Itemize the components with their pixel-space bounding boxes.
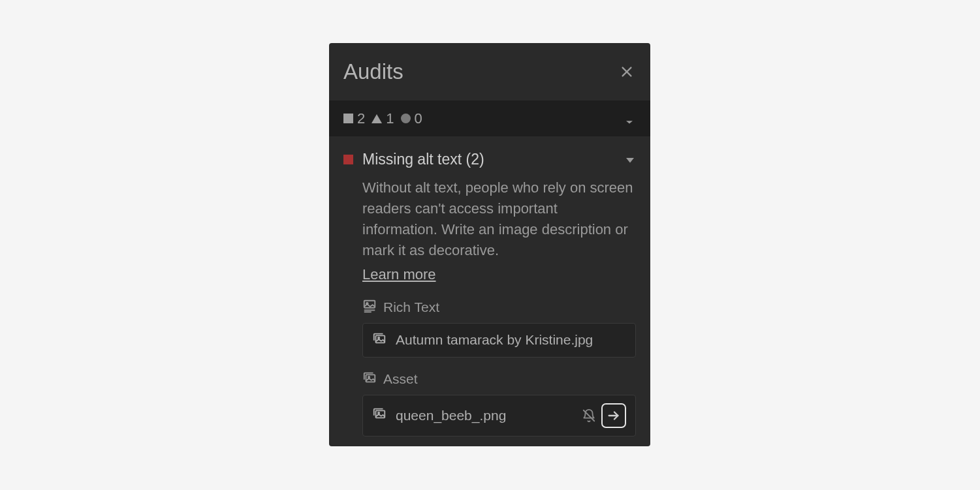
group-label: Rich Text — [383, 299, 439, 315]
group-label: Asset — [383, 371, 418, 387]
collapse-icon — [623, 112, 636, 125]
panel-title: Audits — [343, 59, 403, 84]
element-group-asset: Asset queen_beeb_.png — [362, 371, 636, 436]
mute-button[interactable] — [582, 408, 596, 423]
go-to-asset-button[interactable] — [601, 403, 626, 428]
info-count-group[interactable]: 0 — [401, 110, 422, 127]
triangle-icon — [371, 114, 382, 123]
svg-rect-6 — [376, 335, 385, 343]
close-icon — [620, 65, 634, 79]
panel-header: Audits — [329, 43, 650, 100]
warning-count-group[interactable]: 1 — [371, 110, 394, 127]
issue-description: Without alt text, people who rely on scr… — [362, 177, 636, 261]
image-stack-icon — [362, 371, 377, 388]
arrow-right-icon — [607, 408, 621, 423]
row-actions — [582, 403, 626, 428]
element-group-richtext: Rich Text Autumn tamarack by Kristine.jp… — [362, 299, 636, 358]
circle-icon — [401, 114, 411, 123]
square-icon — [343, 114, 353, 123]
image-stack-icon — [372, 406, 387, 424]
issue-title: Missing alt text (2) — [362, 151, 615, 168]
rich-text-icon — [362, 299, 377, 316]
asset-row[interactable]: queen_beeb_.png — [362, 395, 636, 436]
element-label: Asset — [362, 371, 636, 388]
info-count: 0 — [415, 110, 422, 127]
collapse-all-button[interactable] — [623, 112, 636, 125]
asset-filename: queen_beeb_.png — [396, 408, 573, 423]
bell-off-icon — [582, 408, 596, 423]
audits-panel: Audits 2 1 0 — [329, 43, 650, 446]
expand-toggle[interactable] — [624, 154, 636, 166]
issue-block: Missing alt text (2) Without alt text, p… — [329, 136, 650, 446]
summary-counts: 2 1 0 — [343, 110, 422, 127]
image-stack-icon — [372, 331, 387, 349]
error-count-group[interactable]: 2 — [343, 110, 365, 127]
close-button[interactable] — [618, 63, 636, 81]
asset-row[interactable]: Autumn tamarack by Kristine.jpg — [362, 323, 636, 358]
svg-rect-10 — [376, 410, 385, 418]
learn-more-link[interactable]: Learn more — [362, 266, 436, 283]
error-marker-icon — [343, 155, 353, 164]
summary-bar: 2 1 0 — [329, 100, 650, 136]
warning-count: 1 — [386, 110, 394, 127]
svg-rect-8 — [366, 375, 375, 382]
element-label: Rich Text — [362, 299, 636, 316]
asset-filename: Autumn tamarack by Kristine.jpg — [396, 332, 626, 348]
chevron-down-icon — [624, 154, 636, 166]
issue-header[interactable]: Missing alt text (2) — [343, 151, 636, 168]
error-count: 2 — [357, 110, 365, 127]
